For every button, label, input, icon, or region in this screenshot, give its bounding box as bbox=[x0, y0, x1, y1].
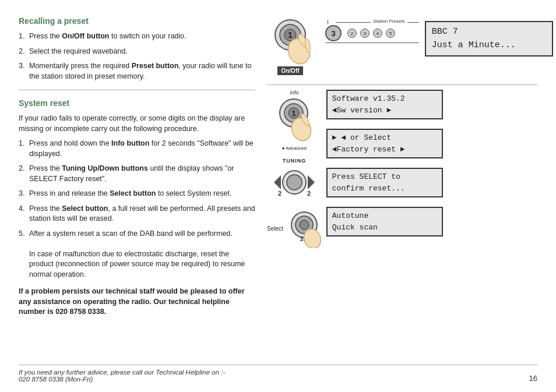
recalling-title: Recalling a preset bbox=[19, 16, 255, 26]
preset-circles: 3 1 2 3 4 5 bbox=[325, 25, 419, 41]
svg-point-16 bbox=[287, 175, 302, 190]
reset-step-text-5: After a system reset a scan of the DAB b… bbox=[29, 229, 255, 280]
recalling-diagrams: 1 On/Off Station Presets bbox=[267, 16, 537, 75]
reset-step-5: 5. After a system reset a scan of the DA… bbox=[19, 229, 255, 280]
recalling-step-2: 2. Select the required waveband. bbox=[19, 47, 255, 57]
preset-num-3: 3 bbox=[325, 25, 342, 41]
reset-lcd2-line2: ◄Factory reset ► bbox=[332, 144, 437, 156]
svg-text:2: 2 bbox=[307, 190, 311, 197]
preset-row-top: 2 3 4 5 bbox=[347, 29, 395, 38]
left-column: Recalling a preset 1. Press the On/Off b… bbox=[19, 16, 267, 360]
reset-lcd-3: Press SELECT to confirm reset... bbox=[326, 168, 443, 197]
recalling-lcd-line2: Just a Minute... bbox=[432, 39, 546, 52]
reset-step-text-1: Press and hold down the Info button for … bbox=[29, 139, 255, 159]
footer: If you need any further advice, please c… bbox=[19, 365, 537, 383]
preset-underline bbox=[325, 43, 419, 43]
svg-text:1: 1 bbox=[288, 30, 293, 40]
reset-lcd1-line2: ◄Sw version ► bbox=[332, 105, 437, 116]
reset-lcd-1: Software v1.35.2 ◄Sw version ► bbox=[326, 90, 443, 119]
tuning-label: TUNING bbox=[283, 158, 307, 164]
reset-lcd2-line1: ► ◄ or Select bbox=[332, 132, 437, 144]
page-number: 16 bbox=[529, 374, 537, 383]
reset-lcd4-line1: Autotune bbox=[332, 210, 437, 222]
reset-lcd4-line2: Quick scan bbox=[332, 222, 437, 234]
system-reset-title: System reset bbox=[19, 98, 255, 108]
preset-sub-1: 1 bbox=[326, 19, 329, 24]
reset-lcd3-line2: confirm reset... bbox=[332, 183, 437, 195]
tuning-dial: TUNING 2 2 bbox=[268, 158, 321, 202]
preset-small-btns: 2 3 4 5 bbox=[347, 29, 395, 38]
reset-lcd3-line1: Press SELECT to bbox=[332, 171, 437, 183]
reset-lcd-col: Software v1.35.2 ◄Sw version ► ► ◄ or Se… bbox=[326, 90, 443, 241]
reset-step-text-2: Press the Tuning Up/Down buttons until t… bbox=[29, 164, 255, 184]
onoff-label: On/Off bbox=[277, 66, 302, 75]
advanced-label: ● Advanced bbox=[282, 146, 307, 151]
onoff-dial-svg: 1 bbox=[267, 16, 314, 69]
system-reset-steps: 1. Press and hold down the Info button f… bbox=[19, 139, 255, 280]
reset-step-num-5: 5. bbox=[19, 229, 29, 280]
reset-step-3: 3. Press in and release the Select butto… bbox=[19, 189, 255, 199]
page: Recalling a preset 1. Press the On/Off b… bbox=[0, 0, 556, 392]
svg-text:1: 1 bbox=[292, 109, 296, 118]
warning-text: If a problem persists our technical staf… bbox=[19, 287, 255, 317]
step-num-1: 1. bbox=[19, 31, 29, 42]
content-area: Recalling a preset 1. Press the On/Off b… bbox=[19, 16, 537, 360]
system-reset-section: System reset If your radio fails to oper… bbox=[19, 98, 255, 317]
svg-marker-13 bbox=[274, 175, 281, 189]
reset-step-num-1: 1. bbox=[19, 139, 29, 159]
preset-btn-3: 3 bbox=[360, 29, 370, 38]
reset-step-num-2: 2. bbox=[19, 164, 29, 184]
preset-label: Station Presets bbox=[336, 19, 419, 24]
svg-point-21 bbox=[300, 220, 309, 229]
reset-lcd1-line1: Software v1.35.2 bbox=[332, 93, 437, 105]
step-text-1: Press the On/Off button to switch on you… bbox=[29, 31, 255, 42]
recalling-step-3: 3. Momentarily press the required Preset… bbox=[19, 61, 255, 82]
svg-marker-14 bbox=[308, 175, 315, 189]
tuning-dial-svg: 2 2 bbox=[268, 164, 321, 202]
reset-step-1: 1. Press and hold down the Info button f… bbox=[19, 139, 255, 159]
reset-step-num-4: 4. bbox=[19, 204, 29, 224]
recalling-step-1: 1. Press the On/Off button to switch on … bbox=[19, 31, 255, 42]
step-num-3: 3. bbox=[19, 61, 29, 82]
onoff-dial-area: 1 On/Off bbox=[267, 16, 314, 75]
reset-diagram-col: Info 1 ● Advanced bbox=[267, 90, 322, 248]
system-reset-diagrams: Info 1 ● Advanced bbox=[267, 90, 537, 248]
step-text-2: Select the required waveband. bbox=[29, 47, 255, 57]
reset-step-text-3: Press in and release the Select button t… bbox=[29, 189, 255, 199]
section-divider bbox=[19, 90, 255, 90]
right-divider bbox=[267, 84, 537, 85]
footer-line2: 020 8758 0338 (Mon-Fri) bbox=[19, 376, 225, 383]
step-num-2: 2. bbox=[19, 47, 29, 57]
info-dial-svg: 1 bbox=[272, 97, 316, 144]
preset-buttons-area: Station Presets 3 1 2 3 bbox=[325, 19, 419, 43]
right-column: 1 On/Off Station Presets bbox=[267, 16, 537, 360]
reset-step-num-3: 3. bbox=[19, 189, 29, 199]
reset-step-text-4: Press the Select button, a full reset wi… bbox=[29, 204, 255, 224]
recalling-lcd: BBC 7 Just a Minute... bbox=[425, 21, 553, 61]
preset-btn-5: 5 bbox=[386, 29, 395, 38]
reset-lcd-4: Autotune Quick scan bbox=[326, 207, 443, 236]
recalling-lcd-box: BBC 7 Just a Minute... bbox=[425, 21, 553, 56]
select-area: Select 3,4 bbox=[267, 209, 322, 248]
recalling-lcd-line1: BBC 7 bbox=[432, 26, 546, 39]
reset-step-4: 4. Press the Select button, a full reset… bbox=[19, 204, 255, 224]
recalling-section: Recalling a preset 1. Press the On/Off b… bbox=[19, 16, 255, 82]
preset-btn-4: 4 bbox=[373, 29, 382, 38]
preset-big-btn: 3 1 bbox=[325, 25, 342, 41]
info-dial: Info 1 ● Advanced bbox=[272, 90, 316, 151]
svg-text:2: 2 bbox=[278, 190, 281, 197]
recalling-steps: 1. Press the On/Off button to switch on … bbox=[19, 31, 255, 82]
footer-text-block: If you need any further advice, please c… bbox=[19, 369, 225, 383]
step-text-3: Momentarily press the required Preset bu… bbox=[29, 61, 255, 82]
reset-lcd-2: ► ◄ or Select ◄Factory reset ► bbox=[326, 129, 443, 158]
system-reset-intro: If your radio fails to operate correctly… bbox=[19, 114, 255, 134]
select-label: Select bbox=[267, 225, 283, 232]
info-label: Info bbox=[290, 90, 298, 96]
select-dial-svg: 3,4 bbox=[287, 209, 322, 248]
preset-btn-2: 2 bbox=[347, 29, 357, 38]
reset-step-2: 2. Press the Tuning Up/Down buttons unti… bbox=[19, 164, 255, 184]
footer-line1: If you need any further advice, please c… bbox=[19, 369, 225, 376]
